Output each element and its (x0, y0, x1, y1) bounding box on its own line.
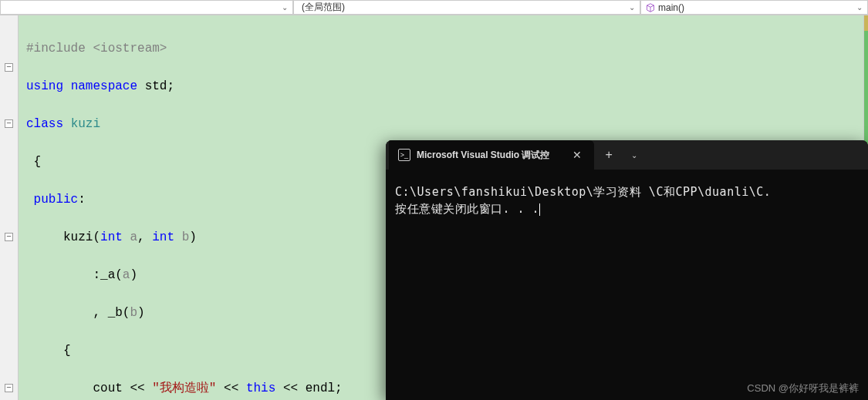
terminal-output[interactable]: C:\Users\fanshikui\Desktop\学习资料 \C和CPP\d… (386, 170, 868, 231)
function-label: main() (658, 2, 684, 13)
chevron-down-icon: ⌄ (629, 3, 635, 12)
terminal-icon: >_ (398, 149, 410, 161)
chevron-down-icon: ⌄ (282, 3, 288, 12)
new-tab-button[interactable]: + (594, 148, 623, 162)
navigation-bar: ⌄ (全局范围) ⌄ main() ⌄ (0, 0, 868, 15)
cursor (539, 203, 540, 216)
terminal-titlebar[interactable]: >_ Microsoft Visual Studio 调试控 ✕ + ⌄ (386, 140, 868, 170)
terminal-window[interactable]: >_ Microsoft Visual Studio 调试控 ✕ + ⌄ C:\… (386, 140, 868, 400)
fold-toggle[interactable]: − (0, 379, 18, 398)
chevron-down-icon: ⌄ (856, 3, 863, 12)
scope-dropdown-2[interactable]: (全局范围) ⌄ (293, 0, 640, 15)
terminal-tab-title: Microsoft Visual Studio 调试控 (417, 149, 549, 162)
scope-label: (全局范围) (302, 1, 345, 14)
terminal-tab[interactable]: >_ Microsoft Visual Studio 调试控 ✕ (389, 140, 594, 170)
fold-toggle[interactable]: − (0, 115, 18, 134)
function-dropdown[interactable]: main() ⌄ (640, 0, 868, 15)
method-icon (646, 3, 655, 12)
watermark: CSDN @你好呀我是裤裤 (747, 382, 859, 395)
fold-toggle[interactable]: − (0, 228, 18, 247)
modified-marker (864, 15, 868, 31)
close-icon[interactable]: ✕ (569, 149, 585, 161)
fold-gutter: − − − − (0, 15, 19, 400)
scope-dropdown-1[interactable]: ⌄ (0, 0, 293, 15)
fold-toggle[interactable]: − (0, 58, 18, 77)
chevron-down-icon[interactable]: ⌄ (623, 151, 645, 160)
